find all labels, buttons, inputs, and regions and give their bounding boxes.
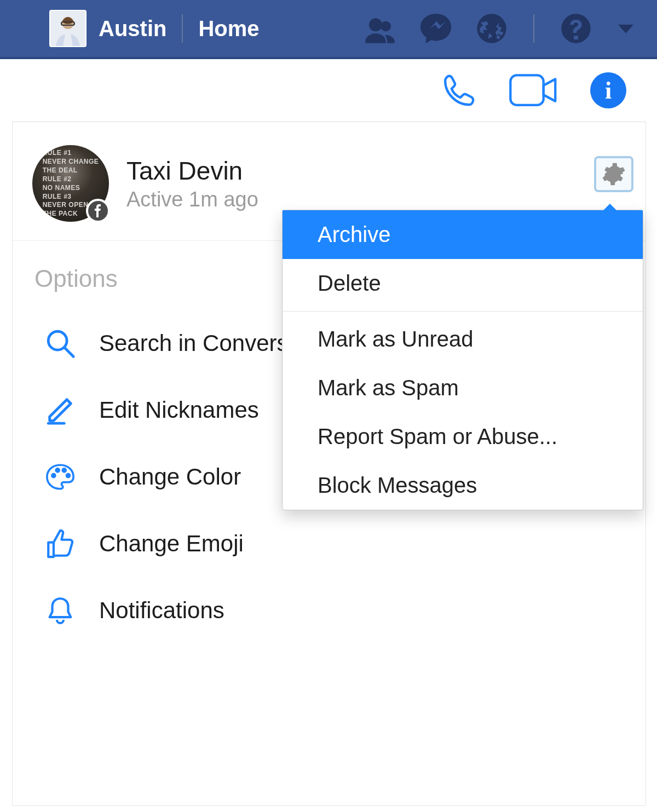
- friend-requests-icon[interactable]: [362, 11, 397, 46]
- contact-status: Active 1m ago: [126, 188, 258, 211]
- conversation-actions: i: [0, 59, 657, 122]
- divider: [533, 14, 534, 43]
- option-notifications[interactable]: Notifications: [44, 577, 646, 644]
- search-icon: [44, 327, 76, 359]
- svg-point-9: [56, 469, 59, 472]
- option-label: Notifications: [99, 597, 224, 624]
- divider: [182, 14, 183, 43]
- contact-avatar[interactable]: RULE #1 NEVER CHANGE THE DEAL RULE #2 NO…: [32, 145, 109, 222]
- facebook-badge-icon: [86, 199, 110, 223]
- option-label: Change Emoji: [99, 531, 244, 557]
- dropdown-caret: [603, 204, 616, 210]
- topbar: Austin Home: [0, 0, 657, 59]
- dropdown-item-block[interactable]: Block Messages: [283, 461, 643, 510]
- dropdown-item-mark-spam[interactable]: Mark as Spam: [283, 364, 643, 412]
- nav-home[interactable]: Home: [198, 16, 259, 41]
- settings-dropdown: Archive Delete Mark as Unread Mark as Sp…: [282, 210, 643, 510]
- dropdown-item-mark-unread[interactable]: Mark as Unread: [283, 315, 643, 364]
- voice-call-icon[interactable]: [438, 71, 476, 110]
- bell-icon: [44, 595, 76, 626]
- contact-info: Taxi Devin Active 1m ago: [126, 156, 258, 211]
- notifications-icon[interactable]: [474, 11, 509, 46]
- svg-rect-4: [510, 76, 543, 106]
- svg-line-6: [65, 348, 73, 356]
- dropdown-item-archive[interactable]: Archive: [283, 210, 643, 259]
- dropdown-item-delete[interactable]: Delete: [283, 259, 643, 308]
- help-icon[interactable]: [558, 11, 593, 46]
- dropdown-separator: [283, 311, 643, 312]
- option-change-emoji[interactable]: Change Emoji: [44, 510, 646, 577]
- thumb-up-icon: [44, 528, 76, 560]
- topbar-right: [362, 11, 657, 46]
- palette-icon: [44, 461, 76, 493]
- account-dropdown-icon[interactable]: [614, 11, 637, 46]
- messages-icon[interactable]: [418, 11, 453, 46]
- pencil-icon: [44, 394, 76, 426]
- svg-point-8: [52, 474, 55, 477]
- conversation-settings-button[interactable]: [594, 156, 633, 192]
- video-call-icon[interactable]: [508, 71, 558, 110]
- contact-name: Taxi Devin: [126, 156, 258, 186]
- option-label: Change Color: [99, 464, 241, 490]
- gear-icon: [602, 162, 626, 186]
- info-icon[interactable]: i: [590, 72, 626, 108]
- conversation-panel: RULE #1 NEVER CHANGE THE DEAL RULE #2 NO…: [12, 122, 646, 806]
- svg-point-11: [66, 474, 70, 477]
- svg-point-10: [62, 469, 66, 472]
- option-label: Edit Nicknames: [99, 397, 259, 423]
- dropdown-item-report[interactable]: Report Spam or Abuse...: [283, 412, 643, 461]
- user-avatar[interactable]: [49, 10, 87, 47]
- user-name[interactable]: Austin: [99, 16, 166, 41]
